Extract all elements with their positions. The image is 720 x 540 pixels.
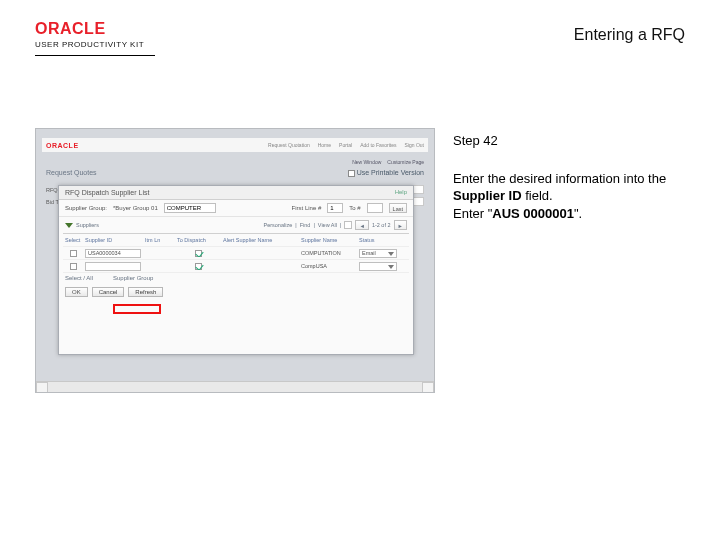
brand-subtitle: USER PRODUCTIVITY KIT — [35, 40, 155, 49]
to-line-input[interactable] — [367, 203, 383, 213]
subbar-link[interactable]: New Window — [352, 159, 381, 165]
app-subbar: New Window Customize Page — [42, 156, 428, 168]
instruction-line-1: Enter the desired information into the S… — [453, 170, 685, 205]
col-alert[interactable]: Alert Supplier Name — [221, 237, 299, 243]
step-label: Step 42 — [453, 132, 685, 150]
subbar-link[interactable]: Customize Page — [387, 159, 424, 165]
col-to-dispatch[interactable]: To Dispatch — [175, 237, 221, 243]
personalize-link[interactable]: Personalize — [264, 222, 293, 228]
topbar-item[interactable]: Request Quotation — [268, 142, 310, 148]
cancel-button[interactable]: Cancel — [92, 287, 125, 297]
brand-block: ORACLE USER PRODUCTIVITY KIT — [35, 20, 155, 56]
instruction-line-2: Enter "AUS 0000001". — [453, 205, 685, 223]
col-itm-ln[interactable]: Itm Ln — [143, 237, 175, 243]
refresh-button[interactable]: Refresh — [128, 287, 163, 297]
horizontal-scrollbar[interactable] — [36, 381, 434, 392]
to-dispatch-checkbox[interactable] — [195, 250, 202, 257]
grid-row: CompUSA — [63, 260, 409, 273]
supplier-id-cell[interactable]: USA0000034 — [85, 249, 141, 258]
supplier-group-row: Supplier Group: *Buyer Group 01 First Li… — [59, 200, 413, 217]
supplier-group-value: *Buyer Group 01 — [113, 205, 158, 211]
expand-icon[interactable] — [65, 223, 73, 228]
scroll-right-icon[interactable] — [422, 382, 434, 393]
highlight-supplier-id — [113, 304, 161, 314]
grid-download-icon[interactable] — [344, 221, 352, 229]
col-supplier-name[interactable]: Supplier Name — [299, 237, 357, 243]
supplier-list-dialog: RFQ Dispatch Supplier List Help Supplier… — [58, 185, 414, 355]
col-supplier-id[interactable]: Supplier ID — [83, 237, 143, 243]
supplier-group-picker[interactable] — [164, 203, 216, 213]
app-brand: ORACLE — [46, 142, 79, 149]
last-button[interactable]: Last — [389, 203, 407, 213]
pager-range: 1-2 of 2 — [372, 222, 391, 228]
suppliers-heading: Suppliers — [76, 222, 99, 228]
app-screenshot: ORACLE Request Quotation Home Portal Add… — [35, 128, 435, 393]
topbar-item[interactable]: Sign Out — [405, 142, 424, 148]
supplier-group-link[interactable]: Supplier Group — [113, 275, 153, 281]
page-title-row: Request Quotes Use Printable Version — [46, 169, 424, 177]
dialog-footer: OK Cancel Refresh — [59, 283, 413, 301]
col-select[interactable]: Select — [63, 237, 83, 243]
ok-button[interactable]: OK — [65, 287, 88, 297]
instruction-panel: Step 42 Enter the desired information in… — [453, 128, 685, 393]
supplier-grid: Select Supplier ID Itm Ln To Dispatch Al… — [63, 233, 409, 273]
grid-header: Select Supplier ID Itm Ln To Dispatch Al… — [63, 234, 409, 247]
supplier-id-field[interactable] — [85, 262, 141, 271]
dialog-help-link[interactable]: Help — [395, 189, 407, 196]
topbar-item[interactable]: Home — [318, 142, 331, 148]
pager-prev[interactable]: ◄ — [355, 220, 368, 230]
supplier-name-cell: COMPUTATION — [299, 250, 357, 256]
topbar-item[interactable]: Portal — [339, 142, 352, 148]
grid-row: USA0000034 COMPUTATION Email — [63, 247, 409, 260]
status-select[interactable]: Email — [359, 249, 397, 258]
first-line-input[interactable] — [327, 203, 343, 213]
pager-next[interactable]: ► — [394, 220, 407, 230]
row-select-checkbox[interactable] — [70, 263, 77, 270]
status-select[interactable] — [359, 262, 397, 271]
supplier-name-cell: CompUSA — [299, 263, 357, 269]
printable-checkbox[interactable] — [348, 170, 355, 177]
printable-label: Use Printable Version — [357, 169, 424, 176]
page-title: Request Quotes — [46, 169, 97, 176]
topbar-item[interactable]: Add to Favorites — [360, 142, 396, 148]
select-all-link[interactable]: Select / All — [65, 275, 93, 281]
col-status[interactable]: Status — [357, 237, 399, 243]
first-line-label: First Line # — [292, 205, 322, 211]
app-topbar: ORACLE Request Quotation Home Portal Add… — [42, 138, 428, 152]
to-dispatch-checkbox[interactable] — [195, 263, 202, 270]
dialog-title: RFQ Dispatch Supplier List — [65, 189, 149, 196]
document-title: Entering a RFQ — [574, 26, 685, 44]
view-all-link[interactable]: View All — [318, 222, 337, 228]
grid-pager-row: Suppliers Personalize | Find | View All … — [59, 217, 413, 233]
brand-underline — [35, 55, 155, 56]
brand-logo: ORACLE — [35, 20, 155, 38]
find-link[interactable]: Find — [300, 222, 311, 228]
supplier-group-label: Supplier Group: — [65, 205, 107, 211]
dialog-link-row: Select / All Supplier Group — [59, 273, 413, 283]
row-select-checkbox[interactable] — [70, 250, 77, 257]
scroll-left-icon[interactable] — [36, 382, 48, 393]
to-label: To # — [349, 205, 360, 211]
